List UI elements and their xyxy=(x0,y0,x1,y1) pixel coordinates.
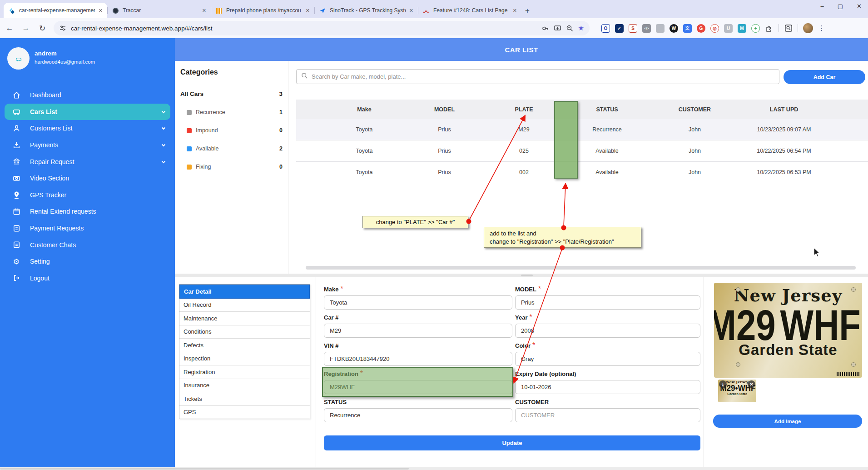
tab-tickets[interactable]: Tickets xyxy=(179,392,310,406)
category-available[interactable]: Available 2 xyxy=(180,145,283,152)
customer-field[interactable] xyxy=(515,408,700,422)
expiry-date-field[interactable] xyxy=(515,380,700,394)
close-icon[interactable]: ✕ xyxy=(513,8,517,14)
extension-icon-badged[interactable]: G xyxy=(697,24,705,33)
categories-panel: Categories All Cars 3 Recurrence 1 Impou… xyxy=(175,61,288,274)
tab-maintenance[interactable]: Maintenance xyxy=(179,312,310,325)
category-all-cars[interactable]: All Cars 3 xyxy=(180,90,283,97)
year-field[interactable] xyxy=(515,324,700,338)
remove-image-icon[interactable]: ✕ xyxy=(748,380,755,388)
extension-icon[interactable]: M xyxy=(738,24,746,33)
tab-gps[interactable]: GPS xyxy=(179,406,310,419)
new-tab-button[interactable]: + xyxy=(525,6,530,15)
tab-traccar[interactable]: Traccar ✕ xyxy=(107,3,211,18)
table-row[interactable]: Toyota Prius 002 Available John 10/22/20… xyxy=(296,162,868,183)
tab-sinotrack[interactable]: SinoTrack - GPS Tracking Syste ✕ xyxy=(314,3,418,18)
extension-icon[interactable]: 文 xyxy=(683,24,692,33)
extension-icon[interactable] xyxy=(656,24,665,33)
close-icon[interactable]: ✕ xyxy=(409,8,413,14)
chevron-down-icon[interactable] xyxy=(160,159,167,165)
category-impound[interactable]: Impound 0 xyxy=(180,127,283,134)
url-text[interactable]: car-rental-expense-management.web.app/#/… xyxy=(71,25,537,32)
chevron-down-icon[interactable] xyxy=(160,125,167,131)
extension-icon[interactable]: + xyxy=(751,24,760,33)
side-search-icon[interactable] xyxy=(784,24,793,33)
search-input[interactable] xyxy=(312,73,774,80)
download-image-icon[interactable]: ⤓ xyxy=(719,380,727,388)
window-minimize-button[interactable]: – xyxy=(821,3,824,10)
chevron-down-icon[interactable] xyxy=(160,142,167,148)
browser-menu-icon[interactable]: ⋮ xyxy=(818,24,825,32)
vin-field[interactable] xyxy=(324,352,512,366)
extension-icon[interactable]: S xyxy=(629,24,637,33)
sidebar-item-label: Repair Request xyxy=(30,158,74,165)
column-last-upd[interactable]: LAST UPD xyxy=(739,106,828,113)
extension-icon[interactable]: U xyxy=(724,24,733,33)
extension-icon[interactable]: ✓ xyxy=(615,24,624,33)
tab-defects[interactable]: Defects xyxy=(179,339,310,352)
tab-insurance[interactable]: Insurance xyxy=(179,379,310,393)
sidebar-item-payments[interactable]: Payments xyxy=(0,137,175,154)
sidebar-item-customer-chats[interactable]: Customer Chats xyxy=(0,236,175,253)
sidebar-item-dashboard[interactable]: Dashboard xyxy=(0,87,175,104)
color-field[interactable] xyxy=(515,352,700,366)
add-image-button[interactable]: Add Image xyxy=(713,415,862,428)
close-icon[interactable]: ✕ xyxy=(202,8,206,14)
tab-inspection[interactable]: Inspection xyxy=(179,352,310,366)
table-row[interactable]: Toyota Prius 025 Available John 10/22/20… xyxy=(296,140,868,162)
pane-splitter[interactable] xyxy=(175,274,868,277)
column-make[interactable]: Make xyxy=(323,106,405,113)
license-plate-thumbnail[interactable]: New Jersey M29•WHF Garden State ⤓ ✕ xyxy=(718,380,756,402)
column-customer[interactable]: CUSTOMER xyxy=(650,106,739,113)
sidebar-item-payment-requests[interactable]: Payment Requests xyxy=(0,220,175,237)
car-number-field[interactable] xyxy=(324,324,512,338)
page-horizontal-scrollbar[interactable] xyxy=(0,467,868,470)
password-key-icon[interactable] xyxy=(541,25,549,32)
puzzle-extensions-icon[interactable] xyxy=(765,24,774,33)
sidebar-item-rental-extend[interactable]: Rental Extend requests xyxy=(0,203,175,220)
model-field[interactable] xyxy=(515,295,700,310)
update-button[interactable]: Update xyxy=(324,435,700,450)
tab-oil-record[interactable]: Oil Record xyxy=(179,299,310,312)
close-icon[interactable]: ✕ xyxy=(99,8,103,14)
tab-car-rental[interactable]: car-rental-expense-managemen ✕ xyxy=(4,3,107,18)
tab-registration[interactable]: Registration xyxy=(179,365,310,379)
add-car-button[interactable]: Add Car xyxy=(784,70,865,84)
extension-icon[interactable]: ◎ xyxy=(710,24,719,33)
sidebar-item-video-section[interactable]: Video Section xyxy=(0,170,175,187)
close-icon[interactable]: ✕ xyxy=(306,8,310,14)
category-recurrence[interactable]: Recurrence 1 xyxy=(180,109,283,115)
table-horizontal-scrollbar[interactable] xyxy=(306,266,856,270)
window-close-button[interactable]: ✕ xyxy=(857,3,862,10)
extension-icon[interactable]: W xyxy=(670,24,678,33)
reload-button[interactable]: ↻ xyxy=(37,24,47,33)
tab-car-detail[interactable]: Car Detail xyxy=(179,285,310,299)
column-plate[interactable]: PLATE xyxy=(484,106,564,113)
column-model[interactable]: MODEL xyxy=(405,106,484,113)
table-row[interactable]: Toyota Prius M29 Recurrence John 10/23/2… xyxy=(296,119,868,140)
bookmark-star-icon[interactable]: ★ xyxy=(578,24,584,32)
status-field[interactable] xyxy=(324,408,512,422)
sidebar-item-customers-list[interactable]: Customers List xyxy=(0,120,175,137)
tab-feature-1248[interactable]: Feature #1248: Cars List Page - ✕ xyxy=(418,3,521,18)
category-fixing[interactable]: Fixing 0 xyxy=(180,164,283,170)
tab-conditions[interactable]: Conditions xyxy=(179,325,310,339)
install-app-icon[interactable] xyxy=(554,25,561,32)
sidebar-item-repair-request[interactable]: Repair Request xyxy=(0,153,175,170)
zoom-icon[interactable] xyxy=(566,25,574,32)
sidebar-item-logout[interactable]: Logout xyxy=(0,270,175,287)
chevron-down-icon[interactable] xyxy=(160,109,167,115)
tab-prepaid-plans[interactable]: Prepaid phone plans /myaccou ✕ xyxy=(211,3,314,18)
window-maximize-button[interactable]: ▢ xyxy=(838,3,843,10)
sidebar-item-cars-list[interactable]: Cars List xyxy=(5,104,170,120)
browser-profile-avatar[interactable] xyxy=(803,23,813,33)
extension-icon[interactable]: O xyxy=(601,24,610,33)
make-field[interactable] xyxy=(324,295,512,310)
site-settings-icon[interactable] xyxy=(59,25,66,32)
extension-icon[interactable]: </> xyxy=(642,24,651,33)
forward-button[interactable]: → xyxy=(21,24,31,33)
back-button[interactable]: ← xyxy=(5,24,15,33)
address-bar[interactable]: car-rental-expense-management.web.app/#/… xyxy=(54,21,590,35)
sidebar-item-gps-tracker[interactable]: GPS Tracker xyxy=(0,187,175,204)
sidebar-item-setting[interactable]: ⚙ Setting xyxy=(0,253,175,270)
